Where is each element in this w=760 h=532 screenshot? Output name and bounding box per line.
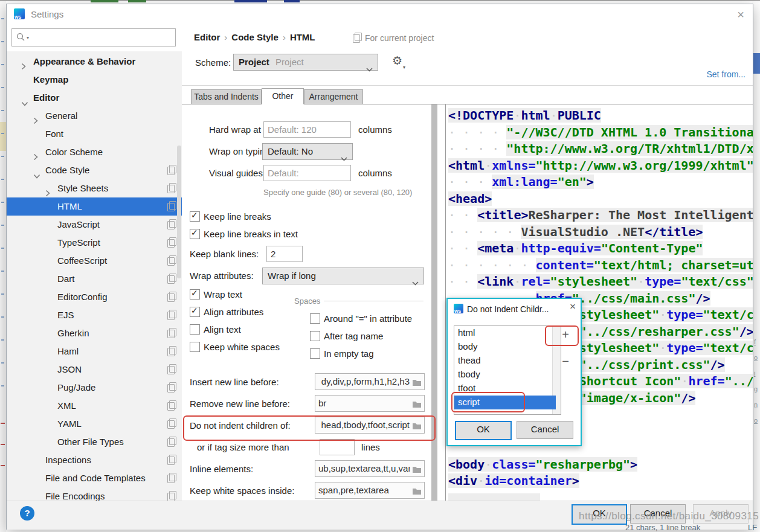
hard-wrap-input[interactable] <box>263 121 351 138</box>
chevron-down-icon <box>412 275 419 290</box>
in-empty-tag-checkbox[interactable]: ✓ <box>310 348 320 359</box>
sidebar-item-label: Font <box>45 129 63 139</box>
sidebar-item-pug-jade[interactable]: Pug/Jade <box>7 379 182 397</box>
align-text-checkbox[interactable]: ✓ <box>190 324 200 335</box>
sidebar-item-label: XML <box>57 400 76 411</box>
remove-new-line-field[interactable]: br <box>315 395 425 412</box>
sidebar-item-json[interactable]: JSON <box>7 361 182 379</box>
inline-elements-field[interactable]: ub,sup,textarea,tt,u,var <box>315 460 425 477</box>
sidebar-item-label: File and Code Templates <box>45 473 146 483</box>
sidebar-item-keymap[interactable]: Keymap <box>7 71 182 89</box>
sidebar-item-inspections[interactable]: Inspections <box>7 451 182 469</box>
keep-line-breaks-checkbox[interactable]: ✓ <box>190 211 200 222</box>
sidebar-item-xml[interactable]: XML <box>7 397 182 415</box>
sidebar-item-dart[interactable]: Dart <box>7 270 182 288</box>
chevron-down-icon <box>341 150 347 166</box>
sidebar-item-label: Dart <box>57 274 74 284</box>
wrap-attributes-select[interactable]: Wrap if long <box>262 268 424 284</box>
sidebar-item-ejs[interactable]: EJS <box>7 306 182 324</box>
popup-list-item-html[interactable]: html <box>454 326 556 340</box>
copy-settings-icon <box>167 275 175 284</box>
dialog-title: Settings <box>31 9 63 19</box>
sidebar-item-file-and-code-templates[interactable]: File and Code Templates <box>7 469 182 487</box>
popup-list-item-thead[interactable]: thead <box>454 354 556 368</box>
sidebar-item-font[interactable]: Font <box>7 125 182 143</box>
popup-tag-list[interactable]: htmlbodytheadtbodytfootscript <box>454 325 561 415</box>
gear-icon[interactable]: ⚙ <box>392 54 402 68</box>
after-tag-name-checkbox[interactable]: ✓ <box>310 331 320 341</box>
keep-blank-lines-input[interactable] <box>266 246 303 262</box>
sidebar-item-label: EJS <box>57 310 74 320</box>
for-current-project-icon <box>353 34 360 43</box>
set-from-link[interactable]: Set from... <box>706 69 746 79</box>
folder-icon[interactable] <box>412 487 422 498</box>
sidebar-item-coffeescript[interactable]: CoffeeScript <box>7 252 182 270</box>
search-history-caret-icon[interactable]: ▾ <box>27 35 29 40</box>
keep-ws-inside-field[interactable]: span,pre,textarea <box>315 482 425 499</box>
popup-cancel-button[interactable]: Cancel <box>517 421 573 439</box>
folder-icon[interactable] <box>412 465 422 476</box>
background-mark <box>1 179 4 180</box>
folder-icon[interactable] <box>412 400 422 411</box>
sidebar-item-html[interactable]: HTML <box>7 197 182 216</box>
breadcrumb-editor[interactable]: Editor <box>194 32 220 42</box>
remove-item-button[interactable]: − <box>559 354 572 369</box>
close-icon[interactable]: × <box>732 7 749 22</box>
sidebar-item-other-file-types[interactable]: Other File Types <box>7 433 182 451</box>
sidebar-item-gherkin[interactable]: Gherkin <box>7 324 182 342</box>
add-item-button[interactable]: + <box>559 328 572 342</box>
keep-line-breaks-label: Keep line breaks <box>204 211 271 222</box>
wrap-text-checkbox[interactable]: ✓ <box>190 289 200 300</box>
sidebar-item-appearance-behavior[interactable]: Appearance & Behavior <box>7 53 182 71</box>
popup-list-item-tbody[interactable]: tbody <box>454 368 556 382</box>
sidebar-item-javascript[interactable]: JavaScript <box>7 216 182 234</box>
sidebar-item-typescript[interactable]: TypeScript <box>7 234 182 252</box>
background-highlight <box>0 122 6 151</box>
background-left-strip <box>0 0 6 532</box>
tag-size-input[interactable] <box>320 439 355 455</box>
folder-icon[interactable] <box>412 421 422 432</box>
form-scrollbar[interactable] <box>431 104 437 501</box>
tab-arrangement[interactable]: Arrangement <box>304 89 363 104</box>
popup-close-icon[interactable]: × <box>570 301 576 313</box>
sidebar-scrollbar[interactable] <box>177 146 181 278</box>
tab-other[interactable]: Other <box>262 88 304 104</box>
align-attributes-checkbox[interactable]: ✓ <box>190 307 200 317</box>
copy-settings-icon <box>167 420 175 429</box>
scheme-select[interactable]: Project Project <box>233 54 378 71</box>
sidebar-item-color-scheme[interactable]: Color Scheme <box>7 143 182 161</box>
popup-ok-button[interactable]: OK <box>455 421 512 440</box>
sidebar-item-style-sheets[interactable]: Style Sheets <box>7 179 182 197</box>
sidebar-item-label: CoffeeScript <box>57 255 107 266</box>
sidebar-item-file-encodings[interactable]: File Encodings <box>7 487 182 501</box>
popup-list-item-body[interactable]: body <box>454 340 556 354</box>
visual-guides-input[interactable] <box>263 165 351 181</box>
background-text-fragment <box>234 0 267 2</box>
folder-icon[interactable] <box>412 378 422 389</box>
do-not-indent-children-popup: Do not Indent Childr... × htmlbodytheadt… <box>446 298 582 446</box>
sidebar-item-code-style[interactable]: Code Style <box>7 161 182 179</box>
sidebar-item-label: Other File Types <box>57 437 124 447</box>
code-line: <head> <box>446 191 753 208</box>
tab-tabs-and-indents[interactable]: Tabs and Indents <box>191 89 262 104</box>
breadcrumb-code-style[interactable]: Code Style <box>231 32 279 42</box>
sidebar-item-editor[interactable]: Editor <box>7 89 182 107</box>
breadcrumb-html[interactable]: HTML <box>290 32 315 42</box>
sidebar-item-haml[interactable]: Haml <box>7 342 182 361</box>
keep-white-spaces-checkbox[interactable]: ✓ <box>190 342 200 352</box>
dialog-titlebar[interactable]: Settings × <box>7 4 753 25</box>
keep-line-breaks-in-text-checkbox[interactable]: ✓ <box>190 229 200 239</box>
sidebar-item-general[interactable]: General <box>7 107 182 125</box>
popup-list-item-script[interactable]: script <box>454 396 556 409</box>
popup-list-item-tfoot[interactable]: tfoot <box>454 382 556 396</box>
sidebar-item-yaml[interactable]: YAML <box>7 415 182 433</box>
insert-new-line-field[interactable]: dy,div,p,form,h1,h2,h3 <box>315 373 425 390</box>
do-not-indent-children-field[interactable]: head,tbody,tfoot,script <box>315 417 425 434</box>
sidebar-item-editorconfig[interactable]: EditorConfig <box>7 288 182 306</box>
spaces-group-line <box>324 301 423 301</box>
background-link-letter: g <box>754 385 758 393</box>
search-input[interactable]: ▾ <box>11 28 176 46</box>
help-icon[interactable]: ? <box>20 506 34 521</box>
around-equals-checkbox[interactable]: ✓ <box>310 313 320 324</box>
wrap-on-typing-select[interactable]: Default: No <box>262 143 353 160</box>
